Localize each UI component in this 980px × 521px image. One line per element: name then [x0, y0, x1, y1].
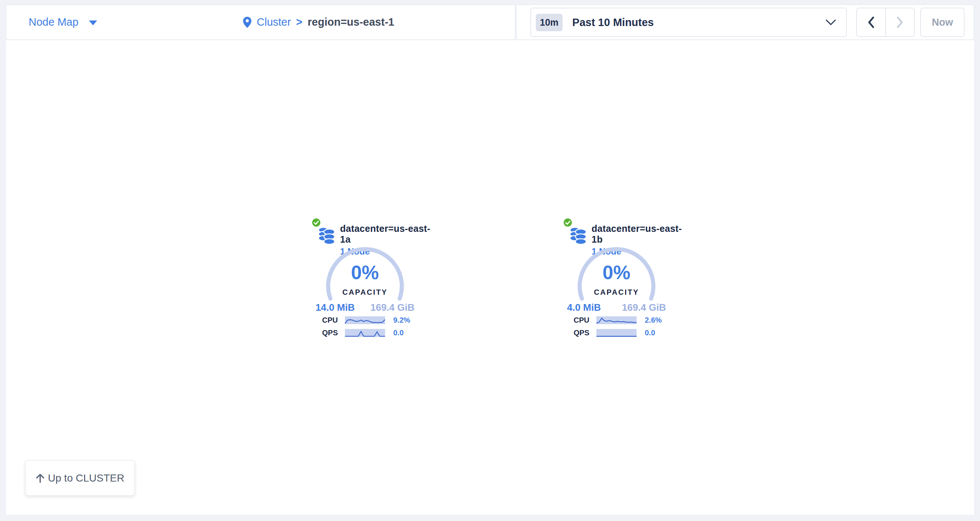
breadcrumb: Cluster > region=us-east-1 [243, 5, 395, 40]
now-button[interactable]: Now [921, 8, 964, 37]
chevron-down-icon [826, 19, 836, 25]
metric-value: 0.0 [393, 328, 404, 337]
up-to-cluster-label: Up to CLUSTER [48, 472, 124, 484]
chevron-right-icon [896, 16, 904, 28]
metric-row: CPU 2.6% [571, 316, 662, 325]
metric-label: QPS [571, 328, 589, 337]
capacity-used: 14.0 MiB [315, 302, 355, 313]
capacity-total: 169.4 GiB [622, 302, 666, 313]
time-range-selector[interactable]: 10m Past 10 Minutes [531, 8, 847, 37]
header-left-card: Node Map Cluster > region=us-east-1 [6, 5, 515, 40]
up-to-cluster-button[interactable]: Up to CLUSTER [25, 460, 135, 496]
datacenter-title: datacenter=us-east-1b [592, 223, 683, 245]
capacity-percent: 0% [315, 263, 414, 282]
capacity-label: CAPACITY [567, 288, 666, 296]
node-map-page: Node Map Cluster > region=us-east-1 10m … [0, 0, 980, 521]
datacenter-title: datacenter=us-east-1a [340, 223, 431, 245]
breadcrumb-current: region=us-east-1 [308, 16, 395, 28]
time-nav-group [856, 8, 915, 37]
view-selector-label: Node Map [29, 16, 78, 28]
metric-sparkline [345, 329, 385, 337]
metric-row: QPS 0.0 [320, 328, 404, 337]
metric-sparkline [597, 329, 636, 337]
capacity-percent: 0% [567, 263, 666, 282]
chevron-left-icon [867, 16, 875, 28]
metric-row: QPS 0.0 [571, 328, 655, 337]
metric-row: CPU 9.2% [320, 316, 410, 325]
capacity-used: 4.0 MiB [567, 302, 601, 313]
metric-sparkline [345, 316, 385, 324]
breadcrumb-separator: > [296, 16, 302, 28]
caret-down-icon [89, 21, 97, 25]
map-pin-icon [243, 17, 251, 28]
time-nav-prev-button[interactable] [857, 8, 886, 37]
metric-label: CPU [320, 316, 338, 325]
view-selector[interactable]: Node Map [29, 5, 97, 40]
metric-label: QPS [320, 328, 338, 337]
time-nav-next-button[interactable] [886, 8, 915, 37]
metric-value: 0.0 [645, 328, 655, 337]
metric-value: 2.6% [645, 316, 662, 325]
breadcrumb-cluster-link[interactable]: Cluster [257, 16, 291, 28]
node-map-canvas [6, 40, 974, 515]
capacity-label: CAPACITY [315, 288, 414, 296]
sparkline-line [597, 318, 636, 323]
metric-value: 9.2% [393, 316, 410, 325]
header-right-card: 10m Past 10 Minutes Now [516, 5, 974, 40]
time-range-label: Past 10 Minutes [572, 16, 826, 29]
datacenter-card[interactable]: datacenter=us-east-1b 1 Node 0% CAPACITY… [560, 216, 683, 344]
metric-label: CPU [571, 316, 589, 325]
database-stack-icon [570, 226, 587, 245]
sparkline-line [345, 320, 385, 324]
up-arrow-icon [36, 473, 45, 483]
time-range-badge: 10m [536, 14, 563, 31]
datacenter-card[interactable]: datacenter=us-east-1a 1 Node 0% CAPACITY… [309, 216, 431, 344]
sparkline-line [345, 331, 385, 336]
database-stack-icon [318, 226, 335, 245]
capacity-total: 169.4 GiB [370, 302, 414, 313]
metric-sparkline [597, 316, 636, 324]
